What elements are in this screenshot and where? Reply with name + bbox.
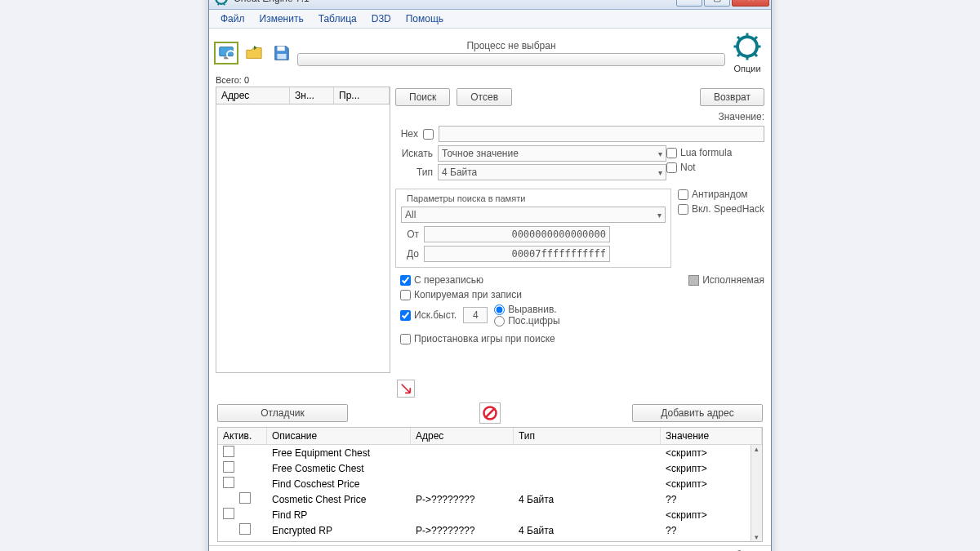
fastscan-checkbox[interactable] [400,310,411,321]
save-button[interactable] [270,42,294,64]
row-value: <скрипт> [666,447,746,459]
row-desc: Encrypted RP [272,525,416,536]
open-file-button[interactable] [242,42,266,64]
row-value: <скрипт> [666,509,746,521]
svg-line-15 [737,53,741,56]
menu-file[interactable]: Файл [214,11,252,26]
debugger-button[interactable]: Отладчик [217,404,348,422]
next-scan-button[interactable]: Отсев [457,88,512,106]
first-scan-button[interactable]: Поиск [395,88,450,106]
found-count: Всего: 0 [209,75,771,87]
row-active-checkbox[interactable] [223,461,234,473]
writable-checkbox[interactable] [400,275,411,286]
table-row[interactable]: Encrypted RP P->???????? 4 Байта ?? [218,522,751,538]
row-active-checkbox[interactable] [223,477,234,488]
row-active-checkbox[interactable] [239,492,251,504]
menu-d3d[interactable]: D3D [365,11,398,26]
table-row[interactable]: Free Cosmetic Chest <скрипт> [218,460,751,476]
row-active-checkbox[interactable] [223,508,234,519]
row-desc: Find Coschest Price [272,478,416,490]
executable-checkbox[interactable] [688,275,699,286]
from-label: От [401,229,419,240]
results-list[interactable] [216,104,390,373]
table-scrollbar[interactable]: ▴▾ [751,445,762,541]
toolbar: Процесс не выбран Опции [209,29,771,75]
not-checkbox[interactable] [666,162,677,173]
fastscan-value[interactable] [463,307,488,323]
row-value: ?? [666,494,746,505]
svg-rect-5 [278,46,285,51]
menubar: Файл Изменить Таблица D3D Помощь [209,10,771,29]
th-desc[interactable]: Описание [267,428,411,444]
close-button[interactable]: ✕ [732,0,769,7]
maximize-button[interactable]: ▢ [704,0,730,7]
svg-line-12 [737,37,741,40]
row-desc: Find RP [272,509,416,521]
table-row[interactable]: Cosmetic Chest Price P->???????? 4 Байта… [218,491,751,507]
th-addr[interactable]: Адрес [411,428,514,444]
th-active[interactable]: Актив. [218,428,267,444]
ce-logo-icon[interactable] [728,32,766,64]
menu-edit[interactable]: Изменить [253,11,310,26]
antirandom-checkbox[interactable] [678,189,688,200]
th-value[interactable]: Значение [661,428,762,444]
row-value: <скрипт> [666,463,746,474]
window-title: Cheat Engine 7.1 [234,0,676,4]
row-addr: P->???????? [416,525,519,536]
progress-bar [297,53,725,66]
row-active-checkbox[interactable] [223,446,234,457]
add-to-list-button[interactable] [397,380,415,398]
pause-game-checkbox[interactable] [400,334,411,344]
copy-on-write-checkbox[interactable] [400,290,411,300]
col-value[interactable]: Зн... [290,87,334,104]
svg-line-17 [485,408,495,418]
svg-point-0 [216,0,227,3]
to-label: До [401,248,419,260]
row-desc: Free Cosmetic Chest [272,463,416,474]
th-type[interactable]: Тип [514,428,661,444]
process-label: Процесс не выбран [297,40,725,51]
scan-value-input[interactable] [439,126,764,142]
add-address-button[interactable]: Добавить адрес [632,404,763,422]
value-label: Значение: [395,111,764,122]
options-label[interactable]: Опции [728,64,766,73]
value-type-combo[interactable]: 4 Байта [438,164,666,180]
undo-scan-button[interactable]: Возврат [700,88,764,106]
table-row[interactable]: Free Equipment Chest <скрипт> [218,445,751,460]
table-row[interactable]: Find RP <скрипт> [218,507,751,522]
lua-formula-checkbox[interactable] [666,148,677,158]
svg-rect-6 [278,53,287,58]
open-process-button[interactable] [214,42,238,64]
hex-checkbox[interactable] [423,129,434,140]
row-type: 4 Байта [519,525,666,536]
svg-line-14 [754,37,757,40]
svg-line-13 [754,53,757,56]
row-desc: Cosmetic Chest Price [272,494,416,505]
menu-table[interactable]: Таблица [312,11,363,26]
row-value: <скрипт> [666,478,746,490]
col-prev[interactable]: Пр... [334,87,390,104]
range-to-input[interactable] [424,246,610,262]
row-type: 4 Байта [519,494,666,505]
hex-label: Hex [395,128,418,140]
scan-type-label: Искать [395,148,433,159]
scan-type-combo[interactable]: Точное значение [438,145,666,162]
memory-region-combo[interactable]: All [401,207,666,223]
row-value: ?? [666,525,746,536]
value-type-label: Тип [395,167,433,178]
row-active-checkbox[interactable] [239,523,251,535]
minimize-button[interactable]: — [676,0,702,7]
speedhack-checkbox[interactable] [678,204,688,215]
clear-list-button[interactable] [479,402,501,424]
memory-legend: Параметры поиска в памяти [404,193,528,203]
app-icon [214,0,229,6]
app-window: Cheat Engine 7.1 — ▢ ✕ Файл Изменить Таб… [208,0,772,551]
col-address[interactable]: Адрес [216,87,290,104]
menu-help[interactable]: Помощь [399,11,450,26]
titlebar[interactable]: Cheat Engine 7.1 — ▢ ✕ [209,0,771,10]
lastdigits-radio[interactable] [494,316,505,327]
alignment-radio[interactable] [494,304,505,315]
row-desc: Free Equipment Chest [272,447,416,459]
range-from-input[interactable] [424,226,610,242]
table-row[interactable]: Find Coschest Price <скрипт> [218,476,751,491]
